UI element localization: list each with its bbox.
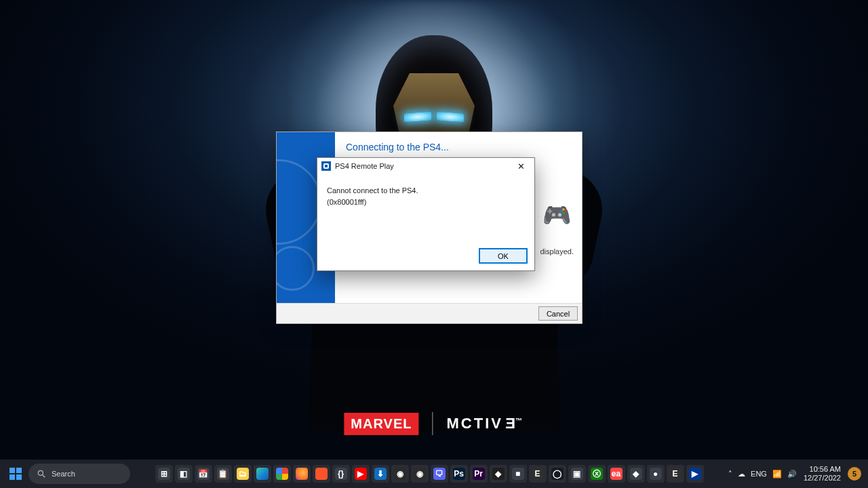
search-placeholder: Search — [52, 470, 75, 478]
remoteplay-app-icon — [321, 161, 331, 171]
wallpaper-logos: MARVEL MCTIVE™ — [344, 412, 524, 435]
ps-remote-icon: ▶ — [692, 469, 698, 479]
taskbar-app-xbox[interactable]: ⓧ — [588, 465, 606, 483]
tray-cloud-icon[interactable]: ☁ — [738, 470, 745, 479]
taskbar: Search ⊞◧📅📋🗂{}▶⬇◉◉🗨PsPr◆■E◯▣ⓧea◆●E▶ ˄ ☁ … — [0, 460, 868, 488]
start-button[interactable] — [5, 464, 26, 484]
connecting-heading: Connecting to the PS4... — [346, 142, 571, 152]
calendar-icon: 📅 — [198, 469, 208, 479]
marvel-logo: MARVEL — [344, 413, 418, 435]
search-icon — [37, 469, 46, 479]
clock-time: 10:56 AM — [804, 465, 841, 474]
logo-divider — [432, 412, 433, 435]
clock-date: 12/27/2022 — [804, 474, 841, 483]
app-2-icon: ▣ — [573, 469, 580, 479]
taskbar-app-app-1[interactable]: ■ — [509, 465, 527, 483]
taskbar-app-app-3[interactable]: ● — [647, 465, 665, 483]
explorer-icon: 🗂 — [239, 469, 247, 479]
taskbar-app-epic[interactable]: E — [529, 465, 547, 483]
app-1-icon: ■ — [515, 469, 520, 479]
epic-2-icon: E — [673, 469, 678, 479]
streamlabs-icon: ◆ — [633, 469, 639, 479]
taskbar-app-ms-store[interactable]: ⬇ — [372, 465, 389, 483]
close-icon[interactable]: ✕ — [510, 159, 532, 173]
error-dialog-body: Cannot connect to the PS4. (0x80001fff) — [317, 174, 534, 207]
taskbar-app-discord[interactable]: 🗨 — [431, 465, 448, 483]
svg-point-0 — [38, 470, 43, 475]
taskbar-app-ps-remote[interactable]: ▶ — [686, 465, 704, 483]
taskbar-clock[interactable]: 10:56 AM 12/27/2022 — [804, 465, 841, 482]
taskbar-app-firefox[interactable] — [293, 465, 311, 483]
taskbar-app-chrome[interactable] — [273, 465, 291, 483]
tray-chevron-icon[interactable]: ˄ — [728, 470, 732, 479]
taskbar-app-obs[interactable]: ◉ — [391, 465, 409, 483]
controller-icon: 🎮 — [542, 201, 572, 226]
task-view-icon: ⊞ — [161, 469, 167, 479]
taskbar-app-calendar[interactable]: 📅 — [195, 465, 212, 483]
taskbar-app-app-2[interactable]: ▣ — [568, 465, 586, 483]
error-message-line2: (0x80001fff) — [327, 197, 525, 208]
remoteplay-footer: Cancel — [277, 303, 582, 323]
taskbar-pinned-apps: ⊞◧📅📋🗂{}▶⬇◉◉🗨PsPr◆■E◯▣ⓧea◆●E▶ — [130, 465, 728, 483]
taskbar-search[interactable]: Search — [28, 464, 130, 484]
taskbar-app-explorer[interactable]: 🗂 — [234, 465, 252, 483]
svg-line-1 — [43, 475, 45, 478]
taskbar-app-code[interactable]: {} — [332, 465, 350, 483]
ms-store-icon: ⬇ — [377, 469, 384, 479]
epic-icon: E — [535, 469, 540, 479]
taskbar-app-photoshop[interactable]: Ps — [450, 465, 468, 483]
discord-icon: 🗨 — [435, 469, 443, 479]
error-dialog[interactable]: PS4 Remote Play ✕ Cannot connect to the … — [317, 157, 535, 271]
tray-language[interactable]: ENG — [751, 470, 767, 478]
steam-icon: ◯ — [553, 469, 561, 479]
cancel-button[interactable]: Cancel — [538, 306, 578, 321]
davinci-icon: ◆ — [495, 469, 501, 479]
youtube-icon: ▶ — [357, 469, 363, 479]
ok-button[interactable]: OK — [479, 248, 528, 264]
obs-icon: ◉ — [397, 469, 403, 479]
taskbar-app-premiere[interactable]: Pr — [470, 465, 488, 483]
premiere-icon: Pr — [474, 469, 483, 479]
taskbar-app-ea[interactable]: ea — [608, 465, 625, 483]
photoshop-icon: Ps — [454, 469, 464, 479]
error-dialog-titlebar[interactable]: PS4 Remote Play ✕ — [317, 158, 534, 174]
desktop: MARVEL MCTIVE™ Connecting to the PS4... … — [0, 0, 868, 488]
tray-volume-icon[interactable]: 🔊 — [787, 470, 797, 479]
taskbar-app-streamlabs[interactable]: ◆ — [627, 465, 645, 483]
error-message-line1: Cannot connect to the PS4. — [327, 185, 525, 197]
error-dialog-title: PS4 Remote Play — [335, 162, 394, 170]
system-tray[interactable]: ˄ ☁ ENG 📶 🔊 — [728, 470, 797, 479]
taskbar-app-notes[interactable]: 📋 — [214, 465, 232, 483]
obs-2-icon: ◉ — [416, 469, 423, 479]
taskbar-app-davinci[interactable]: ◆ — [490, 465, 507, 483]
motive-logo: MCTIVE™ — [446, 415, 524, 432]
ea-icon: ea — [612, 469, 620, 479]
taskbar-app-epic-2[interactable]: E — [667, 465, 684, 483]
app-3-icon: ● — [653, 469, 658, 479]
taskbar-app-edge[interactable] — [254, 465, 271, 483]
taskbar-app-obs-2[interactable]: ◉ — [411, 465, 429, 483]
taskbar-app-task-view[interactable]: ⊞ — [155, 465, 173, 483]
code-icon: {} — [338, 469, 344, 479]
taskbar-app-widgets[interactable]: ◧ — [175, 465, 193, 483]
widgets-icon: ◧ — [180, 469, 187, 479]
xbox-icon: ⓧ — [593, 468, 601, 480]
notification-badge[interactable]: 5 — [848, 467, 861, 481]
taskbar-app-steam[interactable]: ◯ — [549, 465, 566, 483]
taskbar-app-youtube[interactable]: ▶ — [352, 465, 370, 483]
notes-icon: 📋 — [218, 469, 228, 479]
tray-wifi-icon[interactable]: 📶 — [772, 470, 782, 479]
taskbar-app-brave[interactable] — [313, 465, 330, 483]
